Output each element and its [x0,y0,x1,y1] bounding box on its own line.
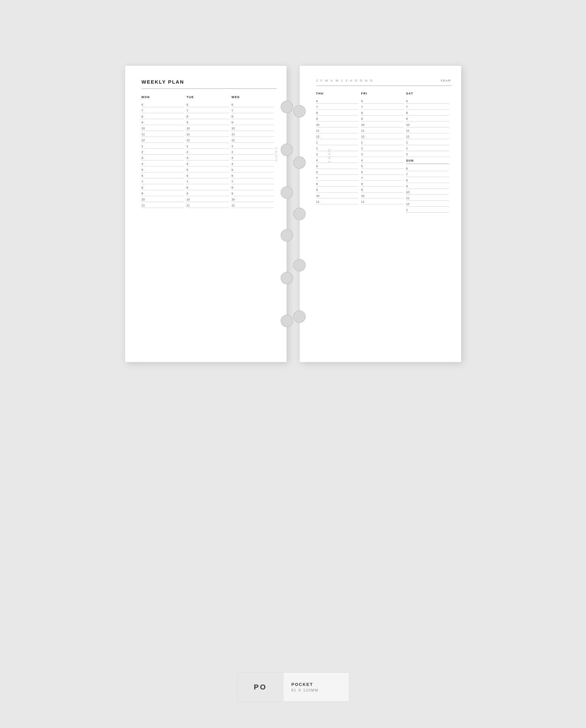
time-row: 888 [142,184,277,190]
time-cell: 7 [142,178,184,184]
time-cell: 10 [187,125,229,131]
day-header-mon: MON [142,96,187,99]
day-header-fri: FRI [361,92,406,95]
time-cell: 4 [231,161,274,166]
left-page: WEEKLY PLAN MON TUE WED 8 SLOTS 66677788… [125,66,287,362]
time-cell: 9 [231,119,274,125]
time-cell: 8 [187,184,229,190]
sat-cell: 1 [406,139,449,145]
time-row: 111111 [142,202,277,208]
month-j1: J [316,79,318,82]
time-cell: 1 [142,143,184,149]
ring-6 [280,315,293,327]
sun-cell: 1 [406,207,449,213]
time-cell: 12 [187,137,229,143]
sat-cell: 11 [406,127,449,133]
fri-cell: 1 [361,139,404,145]
time-cell: 10 [231,125,274,131]
thu-cell: 9 [316,115,359,122]
ring-4 [280,229,293,241]
thu-cell: 3 [316,151,359,157]
time-cell: 6 [187,173,229,178]
right-ring-2 [293,156,306,169]
time-row: 444 [142,161,277,166]
page-title: WEEKLY PLAN [142,79,277,84]
right-time-rows: 67891011121234567891011 6789101112123456… [316,98,451,213]
time-row: 555 [142,166,277,173]
day-header-tue: TUE [187,96,231,99]
time-row: 222 [142,149,277,155]
time-cell: 4 [142,161,184,166]
time-row: 777 [142,178,277,184]
sun-cell: 9 [406,183,449,189]
month-m1: M [325,79,328,82]
time-cell: 10 [142,125,184,131]
day-header-thu: THU [316,92,361,95]
thu-cell: 5 [316,163,359,169]
time-cell: 8 [142,113,184,119]
ring-3 [280,186,293,199]
sat-cell: 8 [406,110,449,115]
sun-cell: 10 [406,189,449,195]
fri-cell: 12 [361,133,404,139]
right-day-headers: THU FRI SAT [316,92,451,95]
time-row: 666 [142,101,277,107]
time-row: 101010 [142,196,277,202]
month-a1: A [331,79,333,82]
sun-cell: 6 [406,165,449,171]
month-s: S [355,79,358,82]
time-cell: 6 [187,101,229,107]
left-slots-label: 8 SLOTS [275,148,277,162]
time-cell: 7 [231,178,274,184]
bottom-section: PO POCKET 81 X 120MM [237,672,349,702]
bottom-left: PO [238,673,284,701]
month-underline [316,85,451,86]
title-underline [142,88,277,89]
sat-cell: 3 [406,151,449,157]
sun-cell: 8 [406,177,449,183]
right-rings [293,66,306,362]
time-cell: 11 [142,202,184,208]
ring-5 [280,272,293,284]
sun-header: SUN [406,159,451,162]
fri-col: 67891011121234567891011 [361,98,406,213]
month-j3: J [345,79,347,82]
right-ring-5 [293,310,306,323]
thu-cell: 1 [316,139,359,145]
right-slots-label: 8 SLOTS [328,148,330,162]
thu-cell: 9 [316,187,359,192]
time-cell: 7 [142,107,184,113]
sat-cell: 6 [406,98,449,104]
time-cell: 11 [231,202,274,208]
time-cell: 2 [231,149,274,155]
time-cell: 3 [231,155,274,161]
time-row: 101010 [142,125,277,131]
thu-cell: 11 [316,127,359,133]
time-cell: 6 [231,173,274,178]
time-cell: 8 [142,184,184,190]
fri-cell: 4 [361,157,404,163]
time-cell: 11 [142,131,184,137]
left-rings [280,66,293,362]
time-cell: 9 [187,190,229,196]
left-time-rows: 8 SLOTS 66677788899910101011111112121211… [142,101,277,208]
time-row: 111111 [142,131,277,137]
time-cell: 11 [187,202,229,208]
time-cell: 7 [187,178,229,184]
thu-cell: 7 [316,104,359,110]
month-d: D [370,79,373,82]
left-day-headers: MON TUE WED [142,96,277,99]
time-cell: 6 [231,101,274,107]
right-page: J F M A M J J A S O N D YEAR THU FRI SAT… [300,66,461,362]
fri-cell: 9 [361,115,404,122]
time-cell: 5 [187,166,229,173]
thu-cell: 12 [316,133,359,139]
time-cell: 10 [231,196,274,202]
fri-cell: 3 [361,151,404,157]
time-cell: 8 [231,113,274,119]
sat-cell: 7 [406,104,449,110]
right-ring-4 [293,259,306,271]
time-cell: 12 [231,137,274,143]
time-cell: 8 [231,184,274,190]
time-cell: 7 [187,107,229,113]
